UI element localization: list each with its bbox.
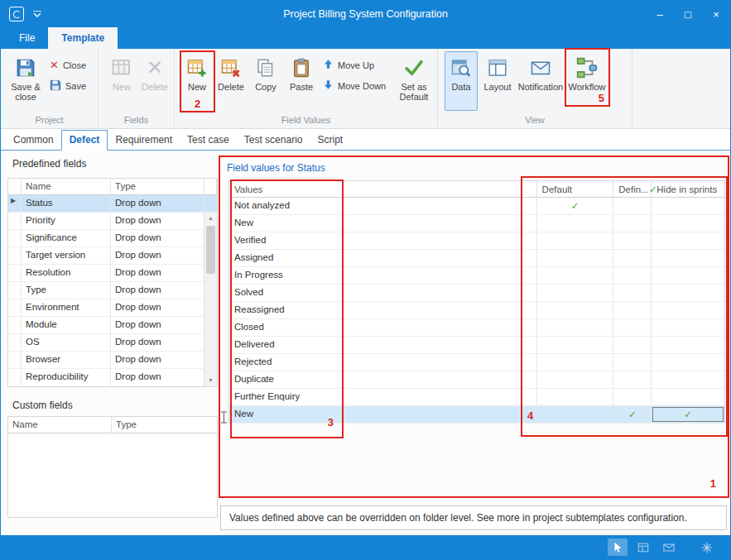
field-row[interactable]: EnvironmentDrop down [8,299,217,317]
copy-button[interactable]: Copy [249,51,282,111]
value-row-editing[interactable]: New✓✓ [229,406,724,424]
new-value-icon [187,56,207,79]
window-title: Project Billing System Configuration [1,8,730,20]
pointer-mode-icon[interactable] [608,538,628,556]
column-header-name[interactable]: Name [22,179,111,194]
view-layout-button[interactable]: Layout [479,51,516,111]
tab-test-scenario[interactable]: Test scenario [237,131,310,150]
view-workflow-button[interactable]: Workflow [565,51,608,111]
ribbon-group-field-values: New Delete Copy [175,49,438,128]
fields-delete-button[interactable]: ✕ Delete [138,51,171,111]
field-values-title: Field values for Status [227,162,325,174]
fields-new-button[interactable]: New [107,51,137,111]
group-label-project: Project [1,113,98,128]
close-icon: ✕ [50,59,59,71]
focused-cell[interactable]: ✓ [652,406,724,423]
view-data-button[interactable]: Data [445,51,478,111]
column-header-name[interactable]: Name [8,417,112,433]
field-row[interactable]: BrowserDrop down [8,352,217,369]
minimize-button[interactable]: – [646,1,674,27]
app-icon [9,7,24,22]
workflow-icon [576,56,598,79]
text-cursor-icon [220,411,228,426]
template-section-tabs: Common Defect Requirement Test case Test… [1,129,730,151]
layout-panel-icon[interactable] [633,538,653,556]
value-row[interactable]: Rejected [229,354,724,371]
field-row[interactable]: TypeDrop down [8,282,217,299]
workflow-spinner-icon[interactable] [697,538,717,556]
group-label-view: View [438,113,632,128]
value-row[interactable]: Not analyzed✓ [229,198,724,215]
statusbar [1,535,730,559]
ribbon-tab-template[interactable]: Template [48,27,118,49]
scroll-down-icon[interactable]: ▼ [204,374,217,386]
move-up-icon [323,59,334,71]
tab-requirement[interactable]: Requirement [108,131,180,150]
value-row[interactable]: Solved [229,285,724,302]
save-button[interactable]: Save [47,79,95,93]
predefined-table-scrollbar[interactable]: ▲ ▼ [204,212,217,386]
tab-common[interactable]: Common [6,131,61,150]
field-values-delete-button[interactable]: Delete [214,51,248,111]
set-as-default-button[interactable]: Set as Default [393,51,435,111]
current-row-indicator-icon: ▶ [8,195,22,212]
tab-test-case[interactable]: Test case [180,131,237,150]
maximize-button[interactable]: □ [674,1,702,27]
move-up-button[interactable]: Move Up [320,58,392,72]
column-header-values[interactable]: Values [229,181,537,197]
field-row[interactable]: ModuleDrop down [8,317,217,334]
tab-defect[interactable]: Defect [61,130,108,151]
custom-fields-label: Custom fields [12,400,73,411]
field-row[interactable]: Target versionDrop down [8,247,217,265]
set-default-check-icon [403,56,425,79]
delete-field-icon: ✕ [147,56,163,79]
value-row[interactable]: Delivered [229,337,724,354]
mail-status-icon[interactable] [659,538,679,556]
value-row[interactable]: In Progress [229,267,724,285]
ribbon-tab-row: File Template [1,27,730,49]
predefined-fields-label: Predefined fields [12,158,86,170]
view-notification-button[interactable]: Notification [517,51,564,111]
move-down-icon [323,79,334,92]
close-window-button[interactable]: × [702,1,730,27]
field-values-grid: Values Default Defin...✓ Hide in sprints… [228,180,725,424]
field-values-new-button[interactable]: New [181,51,213,111]
field-row[interactable]: OSDrop down [8,334,217,352]
column-header-defined[interactable]: Defin...✓ [613,181,652,197]
override-note: Values defined above can be overridden o… [220,505,727,530]
delete-value-icon [221,56,241,79]
predefined-fields-table: Name Type ▶ Status Drop down PriorityDro… [7,178,218,387]
scroll-up-icon[interactable]: ▲ [204,212,217,224]
value-row[interactable]: Assigned [229,250,724,267]
paste-button[interactable]: Paste [284,51,319,111]
ribbon-tab-file[interactable]: File [6,27,48,49]
ribbon: Save & close ✕ Close Save Project [1,49,730,129]
column-header-type[interactable]: Type [112,417,217,433]
data-view-icon [451,56,471,79]
value-row[interactable]: Closed [229,319,724,337]
value-row[interactable]: Reassigned [229,302,724,319]
tab-script[interactable]: Script [310,131,350,150]
value-row[interactable]: Verified [229,232,724,250]
field-row[interactable]: PriorityDrop down [8,213,217,230]
field-row[interactable]: ResolutionDrop down [8,265,217,282]
new-field-icon [112,56,132,79]
scrollbar-thumb[interactable] [206,226,215,274]
value-row[interactable]: New [229,215,724,232]
field-row[interactable]: SignificanceDrop down [8,230,217,247]
close-button[interactable]: ✕ Close [47,58,95,72]
field-row-status[interactable]: ▶ Status Drop down [8,195,217,213]
column-header-type[interactable]: Type [111,179,204,194]
notification-mail-icon [531,56,551,79]
value-row[interactable]: Further Enquiry [229,389,724,406]
save-and-close-button[interactable]: Save & close [6,51,46,111]
column-header-hide-in-sprints[interactable]: Hide in sprints [652,181,724,197]
quick-access-chevron-icon[interactable] [32,11,42,17]
column-header-default[interactable]: Default [537,181,614,197]
paste-icon [291,56,311,79]
save-close-icon [16,56,36,79]
value-row[interactable]: Duplicate [229,371,724,389]
ribbon-group-project: Save & close ✕ Close Save Project [1,49,99,128]
field-row[interactable]: ReproducibilityDrop down [8,369,217,386]
move-down-button[interactable]: Move Down [320,79,392,93]
